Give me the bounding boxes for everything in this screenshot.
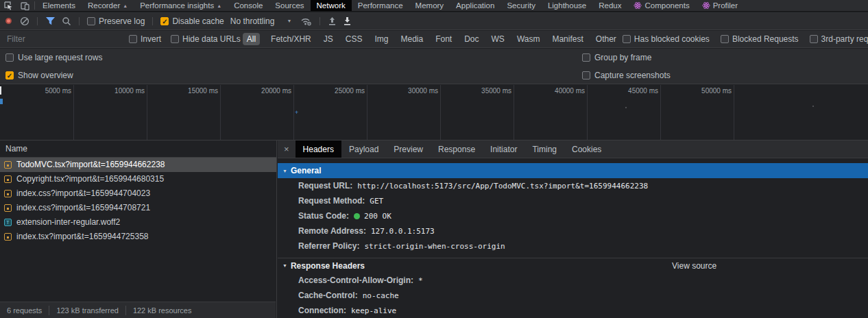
disclosure-triangle-icon: ▼ xyxy=(282,169,287,173)
request-row[interactable]: index.css?import&t=1659944708721 xyxy=(0,201,276,215)
preserve-log-checkbox[interactable]: Preserve log xyxy=(87,16,145,26)
filter-type-all[interactable]: All xyxy=(243,33,260,45)
third-party-requests-checkbox[interactable]: 3rd-party requests xyxy=(810,34,868,44)
group-by-frame-checkbox[interactable]: Group by frame xyxy=(582,49,651,66)
header-row: Referrer Policy: strict-origin-when-cros… xyxy=(278,238,868,254)
divider xyxy=(79,17,80,25)
hide-data-urls-checkbox[interactable]: Hide data URLs xyxy=(171,34,241,44)
record-network-log-button[interactable] xyxy=(5,18,12,24)
checkbox-unchecked[interactable] xyxy=(623,35,631,43)
tab-sources[interactable]: Sources xyxy=(269,0,310,11)
tab-lighthouse[interactable]: Lighthouse xyxy=(542,0,592,11)
clear-network-log-button[interactable] xyxy=(20,16,29,26)
search-icon[interactable] xyxy=(62,16,71,26)
checkbox-unchecked[interactable] xyxy=(171,35,179,43)
header-row: Status Code: 200 OK xyxy=(278,208,868,223)
details-tab-response[interactable]: Response xyxy=(431,140,483,158)
request-row[interactable]: T extension-inter-regular.woff2 xyxy=(0,215,276,230)
chevron-down-icon: ▼ xyxy=(287,19,291,23)
network-conditions-icon[interactable] xyxy=(300,16,312,26)
checkbox-unchecked[interactable] xyxy=(5,53,14,62)
tab-application[interactable]: Application xyxy=(450,0,501,11)
blocked-requests-checkbox[interactable]: Blocked Requests xyxy=(721,34,799,44)
filter-type-js[interactable]: JS xyxy=(320,33,337,45)
overview-event-marker: + xyxy=(295,110,298,116)
request-row[interactable]: Copyright.tsx?import&t=1659944680315 xyxy=(0,172,276,186)
throttling-dropdown[interactable]: No throttling ▼ xyxy=(230,16,292,26)
header-value: http://localhost:5173/src/App/TodoMVC.ts… xyxy=(357,182,648,191)
tab-profiler[interactable]: Profiler xyxy=(696,0,744,11)
name-column-header[interactable]: Name xyxy=(0,140,276,158)
blocked-requests-label: Blocked Requests xyxy=(732,34,799,44)
inspect-element-icon[interactable] xyxy=(0,0,16,11)
filter-type-css[interactable]: CSS xyxy=(341,33,367,45)
header-value: 200 OK xyxy=(364,212,391,221)
filter-type-doc[interactable]: Doc xyxy=(460,33,483,45)
export-har-icon[interactable] xyxy=(343,16,352,26)
close-details-icon[interactable]: × xyxy=(278,140,296,158)
tab-label: Elements xyxy=(43,1,75,10)
tab-components[interactable]: Components xyxy=(627,0,695,11)
checkbox-unchecked[interactable] xyxy=(582,53,590,62)
checkbox-unchecked[interactable] xyxy=(810,35,818,43)
details-tab-preview[interactable]: Preview xyxy=(386,140,431,158)
filter-type-manifest[interactable]: Manifest xyxy=(548,33,587,45)
script-file-icon xyxy=(4,190,12,197)
request-row[interactable]: index.tsx?import&t=1659944725358 xyxy=(0,230,276,244)
filter-input[interactable] xyxy=(5,34,114,45)
network-overview-timeline[interactable]: 5000 ms 10000 ms 15000 ms 20000 ms 25000… xyxy=(0,85,868,140)
tab-label: Application xyxy=(456,1,494,10)
header-value: strict-origin-when-cross-origin xyxy=(364,242,505,251)
view-source-link[interactable]: View source xyxy=(672,261,716,271)
filter-type-wasm[interactable]: Wasm xyxy=(513,33,544,45)
tab-network[interactable]: Network xyxy=(311,0,352,11)
group-by-frame-label: Group by frame xyxy=(594,53,651,62)
has-blocked-cookies-checkbox[interactable]: Has blocked cookies xyxy=(623,34,710,44)
invert-checkbox[interactable]: Invert xyxy=(129,34,161,44)
details-tabbar: × Headers Payload Preview Response Initi… xyxy=(278,140,868,158)
filter-type-ws[interactable]: WS xyxy=(487,33,509,45)
filter-type-font[interactable]: Font xyxy=(431,33,456,45)
filter-type-other[interactable]: Other xyxy=(592,33,620,45)
header-value: GET xyxy=(370,197,383,206)
tab-security[interactable]: Security xyxy=(501,0,542,11)
filter-type-media[interactable]: Media xyxy=(396,33,427,45)
use-large-request-rows-checkbox[interactable]: Use large request rows xyxy=(5,49,102,66)
details-tab-timing[interactable]: Timing xyxy=(525,140,564,158)
filter-toggle-icon[interactable] xyxy=(45,16,56,25)
tab-elements[interactable]: Elements xyxy=(36,0,82,11)
checkbox-unchecked[interactable] xyxy=(582,71,590,80)
details-tab-payload[interactable]: Payload xyxy=(341,140,386,158)
filter-type-fetch-xhr[interactable]: Fetch/XHR xyxy=(267,33,315,45)
checkbox-checked[interactable]: ✓ xyxy=(160,17,169,25)
checkbox-unchecked[interactable] xyxy=(129,35,137,43)
request-row[interactable]: TodoMVC.tsx?import&t=1659944662238 xyxy=(0,158,276,172)
tab-memory[interactable]: Memory xyxy=(409,0,450,11)
tab-redux[interactable]: Redux xyxy=(592,0,627,11)
tab-console[interactable]: Console xyxy=(228,0,269,11)
general-section-header[interactable]: ▼ General xyxy=(278,163,868,178)
checkbox-unchecked[interactable] xyxy=(87,17,95,25)
divider xyxy=(37,17,38,25)
network-filter-bar: Invert Hide data URLs All Fetch/XHR JS C… xyxy=(0,31,868,48)
tab-label: Console xyxy=(234,1,263,10)
disable-cache-checkbox[interactable]: ✓ Disable cache xyxy=(160,16,224,26)
divider xyxy=(320,17,320,25)
details-tab-headers[interactable]: Headers xyxy=(296,140,341,158)
response-headers-section-header[interactable]: ▼ Response Headers View source xyxy=(278,258,868,273)
capture-screenshots-checkbox[interactable]: Capture screenshots xyxy=(582,66,671,84)
checkbox-checked[interactable]: ✓ xyxy=(5,71,14,80)
tab-performance[interactable]: Performance xyxy=(352,0,409,11)
checkbox-unchecked[interactable] xyxy=(721,35,729,43)
tab-performance-insights[interactable]: Performance insights▲ xyxy=(134,0,228,11)
details-tab-cookies[interactable]: Cookies xyxy=(564,140,609,158)
throttling-value: No throttling xyxy=(230,16,275,26)
details-tab-initiator[interactable]: Initiator xyxy=(483,140,525,158)
request-row[interactable]: index.css?import&t=1659944704023 xyxy=(0,186,276,201)
third-party-requests-label: 3rd-party requests xyxy=(821,34,868,44)
tab-recorder[interactable]: Recorder▲ xyxy=(82,0,134,11)
show-overview-checkbox[interactable]: ✓ Show overview xyxy=(5,66,73,84)
device-toolbar-icon[interactable] xyxy=(16,0,33,11)
filter-type-img[interactable]: Img xyxy=(370,33,392,45)
import-har-icon[interactable] xyxy=(328,16,337,26)
